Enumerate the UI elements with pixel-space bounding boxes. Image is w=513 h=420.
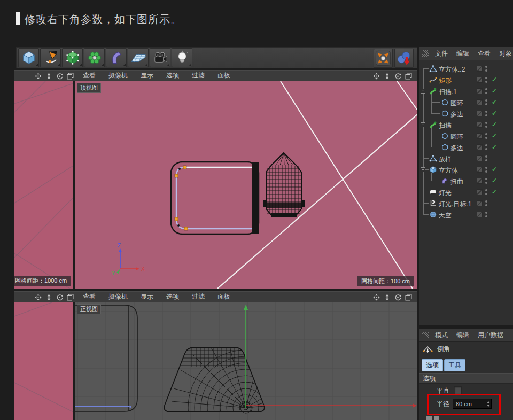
camera-tool-button[interactable] — [150, 48, 170, 67]
visibility-dot[interactable] — [485, 122, 487, 124]
object-manager-menu-item[interactable]: 对象 — [495, 49, 513, 58]
object-row[interactable]: 矩形✓ — [419, 74, 513, 85]
layer-toggle[interactable] — [477, 122, 483, 128]
viewport-menu-item[interactable]: 查看 — [76, 292, 102, 301]
enabled-check-icon[interactable]: ✓ — [492, 132, 497, 139]
object-row[interactable]: 放样 — [419, 153, 513, 164]
viewport-rotate-icon[interactable] — [56, 293, 63, 300]
visibility-dot[interactable] — [485, 133, 487, 135]
viewport-menu-item[interactable]: 过滤 — [185, 71, 211, 80]
object-label[interactable]: 立方体..2 — [439, 65, 465, 74]
viewport-menu-item[interactable]: 摄像机 — [102, 292, 134, 301]
object-label[interactable]: 扭曲 — [450, 177, 463, 186]
visibility-dot[interactable] — [485, 189, 487, 191]
enabled-check-icon[interactable]: ✓ — [492, 188, 497, 196]
viewport-menu-item[interactable]: 面板 — [211, 71, 237, 80]
layer-toggle[interactable] — [477, 200, 483, 206]
viewport-rotate-icon[interactable] — [394, 72, 401, 79]
enabled-check-icon[interactable]: ✓ — [492, 121, 497, 128]
flat-checkbox[interactable] — [454, 386, 462, 394]
visibility-dot[interactable] — [485, 215, 487, 217]
layer-toggle[interactable] — [477, 155, 483, 161]
viewport-maximize-icon[interactable] — [405, 72, 412, 79]
object-label[interactable]: 扫描 — [439, 121, 452, 130]
viewport-menu-item[interactable]: 显示 — [134, 71, 160, 80]
object-row[interactable]: 圆环✓ — [419, 130, 513, 142]
enabled-check-icon[interactable]: ✓ — [492, 110, 497, 117]
viewport-rotate-icon[interactable] — [56, 72, 63, 79]
collapse-toggle-icon[interactable]: − — [421, 167, 425, 172]
attribute-manager-menu-item[interactable]: 用户数据 — [473, 331, 508, 340]
viewport-zoom-icon[interactable] — [384, 72, 391, 79]
panel-grip-icon[interactable] — [422, 50, 429, 57]
subdivision-tool-button[interactable] — [62, 48, 83, 67]
enabled-check-icon[interactable]: ✓ — [492, 76, 497, 83]
visibility-dot[interactable] — [485, 111, 487, 113]
object-row[interactable]: 立方体..2 — [419, 63, 513, 74]
axis-mode-tool-button[interactable] — [374, 49, 393, 68]
visibility-dot[interactable] — [485, 144, 487, 146]
layer-toggle[interactable] — [477, 144, 483, 150]
enabled-check-icon[interactable]: ✓ — [492, 143, 497, 151]
viewport-move-icon[interactable] — [35, 72, 42, 79]
visibility-dot[interactable] — [485, 159, 487, 161]
viewport-rotate-icon[interactable] — [394, 293, 401, 300]
visibility-dot[interactable] — [485, 167, 487, 169]
object-row[interactable]: 多边✓ — [419, 108, 513, 119]
viewport-maximize-icon[interactable] — [405, 293, 412, 300]
enabled-check-icon[interactable]: ✓ — [492, 87, 497, 95]
object-label[interactable]: 多边 — [450, 144, 463, 153]
attribute-manager-menu-item[interactable]: 编辑 — [452, 331, 473, 340]
front-viewport[interactable]: 正视图 — [75, 302, 417, 420]
visibility-dot[interactable] — [485, 170, 487, 173]
enabled-check-icon[interactable]: ✓ — [492, 98, 497, 106]
viewport-zoom-icon[interactable] — [45, 293, 52, 300]
viewport-maximize-icon[interactable] — [67, 72, 74, 79]
viewport-menu-item[interactable]: 过滤 — [185, 292, 211, 301]
collapse-toggle-icon[interactable]: − — [421, 122, 425, 127]
visibility-dot[interactable] — [485, 81, 487, 83]
enabled-check-icon[interactable]: ✓ — [492, 166, 497, 173]
object-row[interactable]: 圆环✓ — [419, 97, 513, 108]
top-viewport[interactable]: 顶视图 — [75, 81, 417, 289]
visibility-dot[interactable] — [485, 69, 487, 72]
object-label[interactable]: 放样 — [439, 155, 452, 164]
visibility-dot[interactable] — [485, 77, 487, 79]
object-manager-menu-item[interactable]: 编辑 — [452, 49, 473, 58]
floor-tool-button[interactable] — [128, 48, 149, 67]
tab-工具[interactable]: 工具 — [444, 359, 465, 371]
bend-tool-button[interactable] — [106, 48, 127, 67]
object-label[interactable]: 多边 — [450, 110, 463, 119]
visibility-dot[interactable] — [485, 193, 487, 195]
visibility-dot[interactable] — [485, 155, 487, 158]
object-label[interactable]: 扫描.1 — [439, 88, 457, 97]
viewport-menu-item[interactable]: 选项 — [160, 292, 185, 301]
visibility-dot[interactable] — [485, 114, 487, 116]
viewport-zoom-icon[interactable] — [45, 72, 52, 79]
cube-tool-button[interactable] — [18, 48, 39, 67]
viewport-menu-item[interactable]: 选项 — [160, 71, 185, 80]
object-row[interactable]: −扫描.1✓ — [419, 85, 513, 97]
visibility-dot[interactable] — [485, 204, 487, 206]
object-label[interactable]: 灯光.目标.1 — [439, 200, 471, 209]
collapse-toggle-icon[interactable]: − — [421, 89, 425, 94]
visibility-dot[interactable] — [485, 178, 487, 180]
layer-toggle[interactable] — [477, 178, 483, 184]
viewport-menu-item[interactable]: 摄像机 — [102, 71, 134, 80]
visibility-dot[interactable] — [485, 103, 487, 105]
viewport-zoom-icon[interactable] — [384, 293, 391, 300]
layer-toggle[interactable] — [477, 133, 483, 139]
visibility-dot[interactable] — [485, 148, 487, 150]
coordinate-tool-button[interactable] — [394, 49, 414, 68]
visibility-dot[interactable] — [485, 212, 487, 214]
visibility-dot[interactable] — [485, 99, 487, 102]
enabled-check-icon[interactable]: ✓ — [492, 177, 497, 184]
object-row[interactable]: −扫描✓ — [419, 119, 513, 130]
viewport-menu-item[interactable]: 查看 — [76, 71, 102, 80]
pen-tool-button[interactable] — [40, 48, 61, 67]
object-row[interactable]: 灯光✓ — [419, 186, 513, 198]
object-label[interactable]: 矩形 — [439, 76, 452, 85]
object-manager-menu-item[interactable]: 文件 — [431, 49, 452, 58]
layer-toggle[interactable] — [477, 111, 483, 116]
array-tool-button[interactable] — [84, 48, 105, 67]
